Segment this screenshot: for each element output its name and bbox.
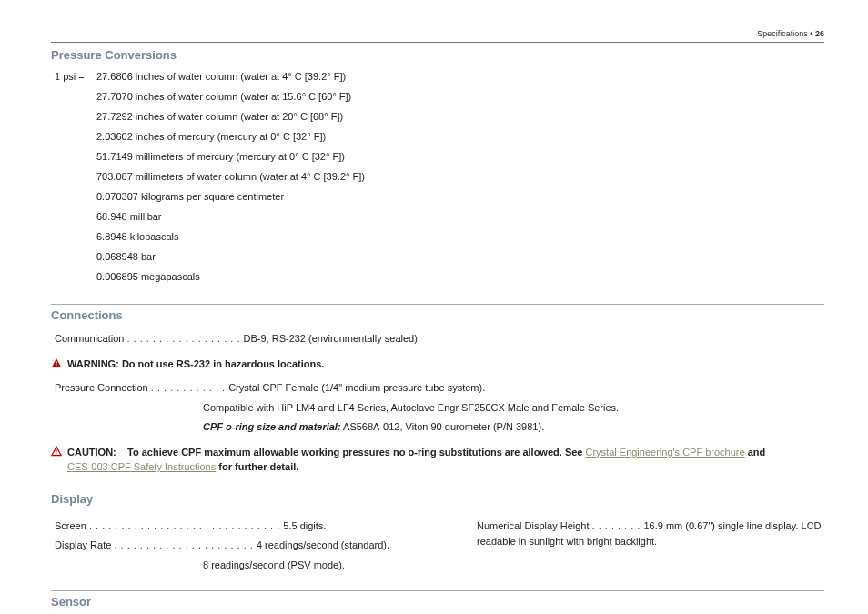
pressure-connection-compat: Compatible with HiP LM4 and LF4 Series, …: [203, 400, 824, 417]
ndh-line: Numerical Display Height . . . . . . . .…: [477, 518, 824, 550]
header-section-label: Specifications: [757, 29, 808, 38]
leader-dots: . . . . . . . .: [592, 520, 644, 531]
heading-connections: Connections: [51, 308, 824, 322]
display-rate-value-1: 4 readings/second (standard).: [257, 539, 389, 550]
caution-row: CAUTION: To achieve CPF maximum allowabl…: [51, 445, 824, 475]
header-page-number: 26: [815, 29, 824, 38]
caution-text-mid: and: [748, 447, 766, 458]
warning-label: WARNING:: [67, 358, 119, 369]
conversion-item: 27.7070 inches of water column (water at…: [96, 91, 824, 102]
conversion-item: 2.03602 inches of mercury (mercury at 0°…: [96, 131, 824, 142]
caution-text-after: for further detail.: [218, 461, 298, 472]
conversion-item: 27.6806 inches of water column (water at…: [96, 71, 824, 82]
communication-value: DB-9, RS-232 (environmentally sealed).: [244, 333, 420, 344]
communication-label: Communication: [55, 333, 124, 344]
caution-text-before: To achieve CPF maximum allowable working…: [127, 447, 585, 458]
conversion-item: 27.7292 inches of water column (water at…: [96, 111, 824, 122]
display-left-col: Screen . . . . . . . . . . . . . . . . .…: [51, 515, 469, 578]
warning-icon: [51, 357, 62, 368]
rule: [51, 304, 824, 305]
pressure-connection-line: Pressure Connection . . . . . . . . . . …: [55, 380, 824, 397]
conversion-item: 6.8948 kilopascals: [96, 231, 824, 242]
top-rule: [51, 42, 824, 43]
svg-rect-5: [56, 453, 57, 454]
warning-text: Do not use RS-232 in hazardous locations…: [122, 358, 324, 369]
pressure-connection-oring: CPF o-ring size and material: AS568A-012…: [203, 419, 824, 436]
pressure-connection-label: Pressure Connection: [55, 382, 148, 393]
display-columns: Screen . . . . . . . . . . . . . . . . .…: [51, 515, 824, 578]
svg-rect-2: [56, 365, 57, 366]
page-header: Specifications • 26: [51, 29, 824, 38]
screen-line: Screen . . . . . . . . . . . . . . . . .…: [55, 518, 469, 535]
conversion-item: 703.087 millimeters of water column (wat…: [96, 171, 824, 182]
svg-rect-1: [56, 361, 57, 365]
oring-value: AS568A-012, Viton 90 durometer (P/N 3981…: [343, 421, 544, 432]
pressure-connection-value: Crystal CPF Female (1/4" medium pressure…: [228, 382, 485, 393]
leader-dots: . . . . . . . . . . . . . . . . . . . . …: [89, 520, 283, 531]
heading-sensor: Sensor: [51, 595, 824, 609]
conversion-item: 68.948 millibar: [96, 211, 824, 222]
conversion-item: 51.7149 millimeters of mercury (mercury …: [96, 151, 824, 162]
conversion-item: 0.006895 megapascals: [96, 271, 824, 282]
page-container: Specifications • 26 Pressure Conversions…: [0, 0, 868, 614]
psi-equals-label: 1 psi =: [55, 71, 96, 291]
display-rate-line: Display Rate . . . . . . . . . . . . . .…: [55, 538, 469, 554]
warning-row: WARNING: Do not use RS-232 in hazardous …: [51, 357, 824, 372]
leader-dots: . . . . . . . . . . . .: [151, 382, 228, 393]
rule: [51, 590, 824, 591]
display-rate-value-2: 8 readings/second (PSV mode).: [203, 558, 469, 574]
screen-value: 5.5 digits.: [283, 520, 326, 531]
caution-label: CAUTION:: [67, 447, 116, 458]
caution-space: [119, 447, 125, 458]
caution-link-safety[interactable]: CES-003 CPF Safety Instructions: [67, 461, 216, 472]
warning-text-block: WARNING: Do not use RS-232 in hazardous …: [67, 357, 324, 372]
ndh-label: Numerical Display Height: [477, 520, 590, 531]
display-rate-label: Display Rate: [55, 539, 111, 550]
heading-display: Display: [51, 492, 824, 506]
leader-dots: . . . . . . . . . . . . . . . . . . . . …: [114, 539, 256, 550]
oring-label: CPF o-ring size and material:: [203, 421, 341, 432]
leader-dots: . . . . . . . . . . . . . . . . . .: [126, 333, 243, 344]
screen-label: Screen: [55, 520, 86, 531]
caution-text-block: CAUTION: To achieve CPF maximum allowabl…: [67, 445, 765, 475]
heading-pressure-conversions: Pressure Conversions: [51, 48, 824, 62]
conversion-item: 0.068948 bar: [96, 251, 824, 262]
communication-line: Communication . . . . . . . . . . . . . …: [55, 331, 824, 347]
svg-rect-4: [56, 449, 57, 453]
pressure-conversions-block: 1 psi = 27.6806 inches of water column (…: [55, 71, 824, 291]
conversion-list: 27.6806 inches of water column (water at…: [96, 71, 824, 291]
caution-link-brochure[interactable]: Crystal Engineering's CPF brochure: [586, 447, 745, 458]
conversion-item: 0.070307 kilograms per square centimeter: [96, 191, 824, 202]
caution-icon: [51, 446, 62, 457]
rule: [51, 488, 824, 488]
display-right-col: Numerical Display Height . . . . . . . .…: [469, 515, 824, 578]
